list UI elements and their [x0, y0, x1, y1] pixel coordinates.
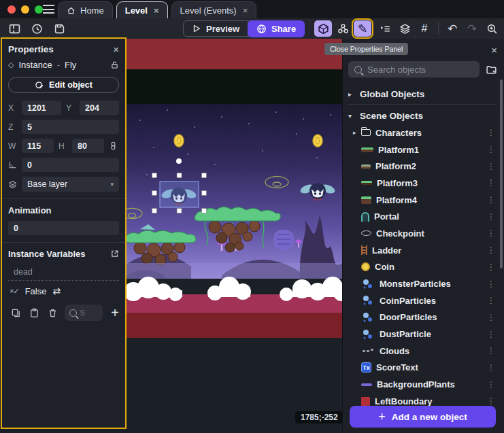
menu-icon[interactable] — [43, 5, 54, 14]
search-icon — [354, 66, 362, 73]
close-properties-panel-icon[interactable]: × — [113, 44, 119, 54]
scrollbar[interactable] — [500, 80, 503, 269]
object-row[interactable]: DoorParticles ⋮ — [348, 309, 497, 326]
row-menu-icon[interactable]: ⋮ — [485, 262, 497, 272]
grid-icon[interactable]: # — [416, 20, 433, 37]
undo-icon[interactable]: ↶ — [443, 20, 461, 37]
minimize-window-icon[interactable] — [21, 5, 29, 14]
row-menu-icon[interactable]: ⋮ — [485, 330, 497, 339]
share-button[interactable]: Share — [248, 20, 305, 37]
properties-panel-icon[interactable]: ✎ — [354, 20, 371, 37]
object-row[interactable]: ▸ Characters ⋮ — [348, 124, 497, 141]
row-menu-icon[interactable]: ⋮ — [485, 162, 497, 171]
row-menu-icon[interactable]: ⋮ — [485, 279, 497, 289]
object-row[interactable]: DustParticle ⋮ — [348, 326, 497, 343]
object-row[interactable]: Checkpoint ⋮ — [348, 225, 497, 242]
angle-input[interactable] — [22, 158, 119, 172]
global-objects-group[interactable]: ▸ Global Objects — [348, 85, 497, 103]
row-menu-icon[interactable]: ⋮ — [485, 380, 497, 389]
platform-thumbnail-icon — [361, 196, 371, 204]
row-menu-icon[interactable]: ⋮ — [485, 195, 497, 205]
object-row[interactable]: CoinParticles ⋮ — [348, 292, 497, 309]
variable-name[interactable]: dead — [8, 264, 119, 281]
tab-level-events[interactable]: Level (Events) × — [171, 1, 257, 18]
objects-search[interactable] — [348, 61, 480, 77]
y-input[interactable] — [80, 101, 119, 115]
redo-icon: ↷ — [463, 20, 481, 37]
globe-icon — [256, 24, 267, 34]
animation-section-title: Animation — [8, 205, 52, 215]
toolbar: Preview ▾ Share ✎ # ↶ ↷ — [0, 18, 504, 39]
object-row[interactable]: Platform3 ⋮ — [348, 175, 497, 192]
row-menu-icon[interactable]: ⋮ — [485, 346, 497, 356]
history-icon[interactable] — [28, 20, 46, 37]
z-input[interactable] — [22, 120, 119, 134]
lock-ratio-icon[interactable] — [109, 141, 119, 151]
delete-variable-icon[interactable] — [45, 305, 61, 320]
particles-thumbnail-icon — [361, 312, 375, 323]
row-menu-icon[interactable]: ⋮ — [485, 212, 497, 222]
object-row[interactable]: Ladder ⋮ — [348, 242, 497, 259]
expand-caret-icon[interactable]: ▸ — [353, 129, 361, 136]
close-tab-icon[interactable]: × — [154, 5, 159, 16]
unlock-icon[interactable] — [110, 60, 119, 69]
instances-list-icon[interactable] — [376, 20, 394, 37]
maximize-window-icon[interactable] — [35, 5, 43, 14]
collapse-caret-icon[interactable]: ▾ — [348, 112, 354, 120]
close-window-icon[interactable] — [7, 5, 16, 14]
layer-select[interactable]: Base layer ▾ — [22, 177, 119, 192]
object-row[interactable]: ScoreText ⋮ — [348, 360, 497, 377]
object-row[interactable]: Platform2 ⋮ — [348, 158, 497, 175]
object-row[interactable]: Coin ⋮ — [348, 259, 497, 276]
variables-search-input[interactable] — [80, 309, 93, 317]
add-folder-icon[interactable] — [486, 64, 497, 75]
rotation-handle[interactable] — [176, 158, 182, 164]
variables-search[interactable] — [65, 305, 103, 321]
row-menu-icon[interactable]: ⋮ — [485, 396, 497, 406]
row-menu-icon[interactable]: ⋮ — [485, 128, 497, 137]
object-row[interactable]: Platform1 ⋮ — [348, 141, 497, 158]
coin-object[interactable] — [313, 135, 322, 147]
objects-search-input[interactable] — [367, 65, 473, 75]
object-row[interactable]: Clouds ⋮ — [348, 343, 497, 360]
object-row[interactable]: BackgroundPlants ⋮ — [348, 376, 497, 393]
row-menu-icon[interactable]: ⋮ — [485, 296, 497, 305]
row-menu-icon[interactable]: ⋮ — [485, 245, 497, 255]
layers-icon[interactable] — [396, 20, 414, 37]
collapse-caret-icon[interactable]: ▸ — [348, 90, 354, 98]
object-groups-icon[interactable] — [334, 20, 352, 37]
variable-value[interactable]: False — [25, 286, 47, 296]
scene-objects-group[interactable]: ▾ Scene Objects — [348, 107, 497, 124]
zoom-in-icon[interactable] — [483, 20, 501, 37]
row-menu-icon[interactable]: ⋮ — [485, 363, 497, 373]
particles-thumbnail-icon — [361, 279, 375, 290]
close-tab-icon[interactable]: × — [243, 5, 248, 16]
coin-object[interactable] — [174, 135, 184, 147]
panels-icon[interactable] — [5, 20, 23, 37]
instances-editor-icon[interactable] — [314, 20, 332, 37]
copy-icon[interactable] — [8, 305, 24, 320]
object-row[interactable]: Platform4 ⋮ — [348, 192, 497, 209]
row-menu-icon[interactable]: ⋮ — [485, 178, 497, 188]
open-variables-icon[interactable] — [110, 249, 119, 258]
x-input[interactable] — [22, 101, 61, 115]
animation-input[interactable] — [8, 221, 119, 235]
width-input[interactable] — [22, 139, 54, 153]
edit-object-button[interactable]: Edit object — [8, 77, 119, 93]
z-label: Z — [8, 122, 17, 132]
add-new-object-button[interactable]: + Add a new object — [350, 406, 496, 428]
tab-level[interactable]: Level × — [116, 1, 168, 18]
close-objects-panel-icon[interactable]: × — [491, 45, 497, 55]
paste-icon[interactable] — [27, 305, 42, 320]
object-row[interactable]: MonsterParticles ⋮ — [348, 275, 497, 292]
save-icon[interactable] — [50, 20, 68, 37]
scene-editor-canvas[interactable]: 1785;-252 — [127, 39, 342, 433]
toggle-value-icon[interactable]: ⇄ — [52, 285, 61, 296]
add-variable-icon[interactable]: + — [111, 305, 119, 321]
row-menu-icon[interactable]: ⋮ — [485, 145, 497, 154]
height-input[interactable] — [72, 139, 104, 153]
row-menu-icon[interactable]: ⋮ — [485, 313, 497, 322]
tab-home[interactable]: Home — [58, 1, 113, 18]
row-menu-icon[interactable]: ⋮ — [485, 228, 497, 238]
object-row[interactable]: Portal ⋮ — [348, 208, 497, 225]
